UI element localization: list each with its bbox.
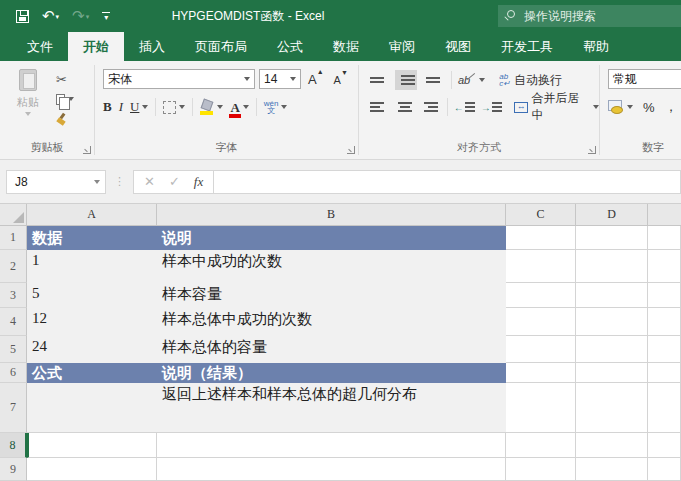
wrap-text-button[interactable]: abc↵ 自动换行 [499,72,562,89]
cell-e9[interactable] [648,458,681,481]
align-left-button[interactable] [367,97,388,117]
tab-help[interactable]: 帮助 [568,32,624,61]
cell-a4[interactable]: 12 [27,308,157,336]
cell-c3[interactable] [506,283,576,308]
font-name-combo[interactable]: 宋体 [103,69,255,89]
grow-font-button[interactable]: A▲ [305,72,327,87]
cell-c7[interactable] [506,383,576,433]
cell-a1[interactable]: 数据 [27,226,157,250]
number-format-combo[interactable]: 常规 [608,69,681,89]
cell-b6[interactable]: 说明（结果） [157,363,506,383]
column-header-e[interactable] [648,204,681,226]
font-dialog-launcher[interactable] [347,146,355,154]
cell-d6[interactable] [576,363,648,383]
cell-a2[interactable]: 1 [27,250,157,283]
tab-view[interactable]: 视图 [430,32,486,61]
cell-a5[interactable]: 24 [27,336,157,363]
cell-a3[interactable]: 5 [27,283,157,308]
row-header-8[interactable]: 8 [0,433,27,458]
cell-e8[interactable] [648,433,681,458]
tab-developer[interactable]: 开发工具 [486,32,568,61]
shrink-font-button[interactable]: A▼ [331,73,351,86]
tab-formulas[interactable]: 公式 [262,32,318,61]
row-header-1[interactable]: 1 [0,226,27,250]
row-header-4[interactable]: 4 [0,308,27,336]
column-header-d[interactable]: D [576,204,648,226]
cell-c4[interactable] [506,308,576,336]
cell-b2[interactable]: 样本中成功的次数 [157,250,506,283]
row-header-2[interactable]: 2 [0,250,27,283]
row-header-6[interactable]: 6 [0,363,27,383]
align-right-button[interactable] [420,97,441,117]
cell-e4[interactable] [648,308,681,336]
tab-page-layout[interactable]: 页面布局 [180,32,262,61]
row-header-5[interactable]: 5 [0,336,27,363]
cell-b3[interactable]: 样本容量 [157,283,506,308]
cell-e2[interactable] [648,250,681,283]
alignment-dialog-launcher[interactable] [588,146,596,154]
center-button[interactable] [394,97,415,117]
cell-c8[interactable] [506,433,576,458]
increase-indent-button[interactable]: → [481,102,502,113]
cell-d3[interactable] [576,283,648,308]
row-header-9[interactable]: 9 [0,458,27,481]
cell-d4[interactable] [576,308,648,336]
cell-c6[interactable] [506,363,576,383]
cell-e1[interactable] [648,226,681,250]
enter-button[interactable]: ✓ [169,174,180,189]
cell-e7[interactable] [648,383,681,433]
top-align-button[interactable] [367,70,389,90]
formula-bar-splitter[interactable]: ⋮ [106,175,133,188]
tab-file[interactable]: 文件 [12,32,68,61]
italic-button[interactable]: I [119,99,123,115]
accounting-format-button[interactable] [608,100,633,114]
comma-style-button[interactable]: ， [665,98,678,116]
cell-e5[interactable] [648,336,681,363]
underline-button[interactable]: U [130,99,148,115]
formula-input[interactable] [214,170,681,194]
column-header-b[interactable]: B [157,204,506,226]
decrease-indent-button[interactable]: ← [454,102,475,113]
tell-me-search[interactable] [498,5,681,27]
tab-home[interactable]: 开始 [68,32,124,61]
cut-button[interactable]: ✂ [56,71,74,87]
cell-a7[interactable] [27,383,157,433]
cell-a8[interactable] [27,433,157,458]
cell-a9[interactable] [27,458,157,481]
tab-insert[interactable]: 插入 [124,32,180,61]
name-box[interactable]: J8 [6,170,106,194]
borders-button[interactable] [163,101,185,114]
cell-a6[interactable]: 公式 [27,363,157,383]
column-header-c[interactable]: C [506,204,576,226]
cell-d7[interactable] [576,383,648,433]
clipboard-dialog-launcher[interactable] [83,146,91,154]
cell-b7[interactable]: 返回上述样本和样本总体的超几何分布 [157,383,506,433]
cell-b9[interactable] [157,458,506,481]
cell-d5[interactable] [576,336,648,363]
cell-d1[interactable] [576,226,648,250]
column-header-a[interactable]: A [27,204,157,226]
middle-align-button[interactable] [395,70,417,90]
tab-data[interactable]: 数据 [318,32,374,61]
search-input[interactable] [524,9,664,23]
cell-b5[interactable]: 样本总体的容量 [157,336,506,363]
orientation-button[interactable]: ab [458,74,485,86]
cell-c1[interactable] [506,226,576,250]
cell-c5[interactable] [506,336,576,363]
font-size-combo[interactable]: 14 [259,69,301,89]
merge-center-button[interactable]: 合并后居中 [514,90,599,124]
cell-e3[interactable] [648,283,681,308]
cell-b8[interactable] [157,433,506,458]
cell-e6[interactable] [648,363,681,383]
font-color-button[interactable]: A [230,101,248,114]
cell-d9[interactable] [576,458,648,481]
cell-d2[interactable] [576,250,648,283]
cell-b1[interactable]: 说明 [157,226,506,250]
insert-function-button[interactable]: fx [194,174,203,190]
fill-color-button[interactable] [200,100,223,115]
phonetic-guide-button[interactable]: wén文 [264,100,288,114]
percent-style-button[interactable]: % [643,100,655,115]
tab-review[interactable]: 审阅 [374,32,430,61]
cancel-button[interactable]: ✕ [144,174,155,189]
cell-d8[interactable] [576,433,648,458]
